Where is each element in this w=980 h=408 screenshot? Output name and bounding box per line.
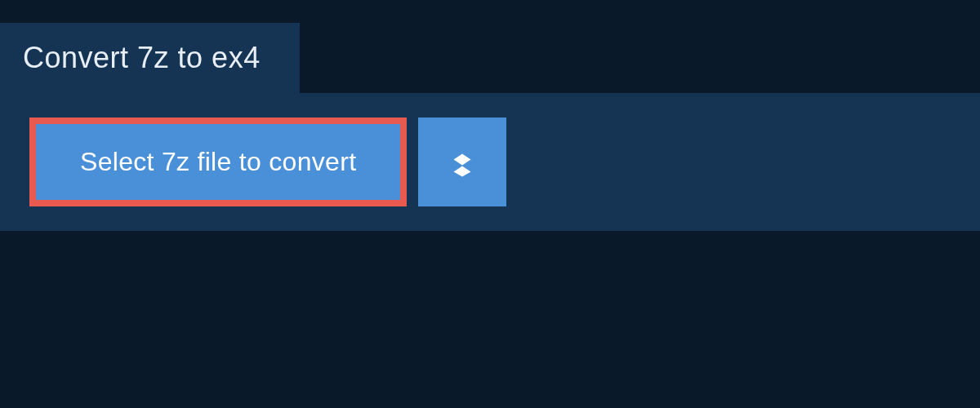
select-file-label: Select 7z file to convert <box>80 147 356 177</box>
button-group: Select 7z file to convert <box>29 118 951 206</box>
header-tab: Convert 7z to ex4 <box>0 23 300 93</box>
select-file-button[interactable]: Select 7z file to convert <box>29 118 407 206</box>
content-panel: Select 7z file to convert <box>0 93 980 231</box>
dropbox-icon <box>445 145 479 180</box>
page-title: Convert 7z to ex4 <box>23 41 261 75</box>
dropbox-button[interactable] <box>418 118 506 206</box>
